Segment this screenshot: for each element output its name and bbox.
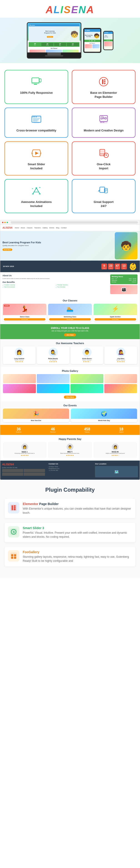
- testimonial-card-3: 👩 Emma W. Highly recommend to everyone! …: [94, 442, 137, 458]
- nav-item: Contact: [61, 227, 66, 228]
- svg-point-36: [35, 187, 37, 189]
- event-card-new-year: 🎉 New Year Eve: [3, 409, 69, 422]
- hours-title: Working Hours: [112, 276, 136, 277]
- countdown-days: 0 Days: [101, 264, 107, 270]
- svg-text:S: S: [13, 530, 15, 534]
- svg-point-37: [32, 193, 34, 195]
- counter-awards-label: Awards: [105, 431, 138, 433]
- enroll-btn[interactable]: Join Now: [64, 334, 76, 336]
- events-title: Our Events: [3, 404, 137, 407]
- feature-card-animations: Awesome AnimationsIncluded: [4, 179, 68, 213]
- footer-col-contact: Contact Us 123 Main Street info@alisena.…: [47, 461, 93, 479]
- class-body-spark: Spark Section Enroll Now: [94, 315, 137, 321]
- gallery-title: Photo Gallery: [3, 370, 137, 372]
- gallery-item-2: [37, 374, 70, 383]
- gallery-item-4: [104, 374, 137, 383]
- testimonials-title: Happy Parents Say: [3, 438, 137, 440]
- svg-rect-55: [11, 557, 13, 559]
- teacher-stars-4: ★★★★★: [106, 361, 136, 363]
- gallery-view-more-btn[interactable]: View More: [64, 396, 76, 399]
- testimonial-avatar-2: 👨: [66, 443, 74, 451]
- counter-classes: 458 Classes: [71, 427, 104, 433]
- tablet-device: ALISENA Best LearningFor Kids 🧒 0 | 23 |…: [83, 28, 101, 53]
- countdown-numbers: 0 Days 23 Hours 47 Mins 13 Secs: [101, 264, 127, 270]
- class-card-spark: ⚡ Spark Section Enroll Now: [94, 304, 137, 321]
- footer-about-text: Quality education for kids: [2, 467, 45, 468]
- svg-rect-39: [100, 187, 105, 192]
- teacher-name-2: Bella Beauty: [38, 358, 68, 359]
- footer-email: info@alisena.com: [49, 468, 92, 469]
- svg-rect-9: [104, 83, 106, 84]
- testimonial-text-2: Best learning environment ever.: [50, 453, 90, 455]
- svg-rect-45: [11, 505, 13, 510]
- footer-phone: +1 234 567 890: [49, 470, 92, 471]
- testimonial-avatar-1: 👩: [21, 443, 28, 451]
- teacher-name-3: Kevin Burns: [72, 358, 102, 359]
- browser-bar: [0, 220, 140, 225]
- counter-awards-num: 18: [105, 427, 138, 431]
- gallery-item-1: [3, 374, 36, 383]
- class-body-dance: Dance Class Enroll Now: [3, 315, 46, 321]
- testimonial-avatar-3: 👩: [112, 443, 119, 451]
- event-img-new-year: 🎉: [3, 409, 69, 419]
- hero-btn[interactable]: Read More: [2, 249, 12, 251]
- testimonial-name-2: Mike T.: [50, 451, 90, 453]
- class-btn-dance[interactable]: Enroll Now: [4, 318, 46, 320]
- animations-icon: [30, 184, 43, 198]
- events-section: Our Events 🎉 New Year Eve 🌍 World Kids D…: [0, 401, 140, 425]
- testimonial-card-1: 👩 Sarah J. Amazing school! My child love…: [3, 442, 46, 458]
- footer-col-location: Our Location 🗺️: [93, 461, 140, 479]
- about-col: About Us Lorem ipsum dolor sit amet cons…: [2, 274, 108, 294]
- hero-title: Best Learning Program For Kids: [2, 241, 115, 244]
- class-btn-swim[interactable]: Enroll Now: [49, 318, 91, 320]
- feature-card-one-click: One-ClickImport: [72, 142, 136, 176]
- counter-teachers-num: 46: [37, 427, 69, 431]
- nav-item: Blog: [56, 227, 59, 228]
- features-section: 100% Fully Responsive Base on ElementorP…: [0, 63, 140, 220]
- plugin-name-foo-gallery: FooGallery: [23, 550, 132, 554]
- gallery-item-5: [3, 384, 36, 393]
- teacher-name-1: Lucy Andrew: [4, 358, 34, 359]
- feature-card-modern-design: Modern and Creative Design: [72, 107, 136, 137]
- plugin-name-elementor: Elementor Page Builder: [23, 502, 132, 506]
- gallery-grid: [3, 374, 137, 393]
- browser-address-bar: [11, 221, 138, 224]
- testimonial-stars-2: ★★★★★: [50, 455, 90, 457]
- browser-dot-yellow: [4, 222, 6, 223]
- event-card-world-kids: 🌍 World Kids Day: [71, 409, 137, 422]
- svg-rect-29: [100, 150, 104, 153]
- svg-rect-1: [31, 83, 39, 84]
- countdown-secs: 13 Secs: [121, 264, 127, 270]
- events-cards: 🎉 New Year Eve 🌍 World Kids Day: [3, 409, 137, 422]
- svg-point-14: [36, 117, 37, 117]
- website-preview: ALISENA Home About Classes Teachers Gall…: [0, 225, 140, 479]
- countdown-secs-label: Secs: [122, 268, 126, 269]
- testimonial-stars-3: ★★★★☆: [95, 455, 136, 457]
- teacher-avatar-2: 👩‍🎨: [49, 348, 58, 357]
- class-badge: SAVE: [4, 305, 9, 307]
- countdown-mins-label: Mins: [116, 268, 119, 269]
- plugin-section: Plugin Compability Elementor Page Builde…: [0, 480, 140, 578]
- hero-text: Best Learning Program For Kids Quality e…: [2, 241, 115, 251]
- testimonial-name-1: Sarah J.: [4, 451, 45, 453]
- counter-students-label: Students: [2, 431, 35, 433]
- event-img-world-kids: 🌍: [71, 409, 137, 419]
- class-title-dance: Dance Class: [4, 316, 46, 317]
- class-card-swim: 🏊 Swimming Class Enroll Now: [48, 304, 92, 321]
- feature-title-smart-slider: Smart SliderIncluded: [8, 162, 64, 170]
- site-logo: ALISENA: [2, 4, 138, 16]
- class-btn-spark[interactable]: Enroll Now: [94, 318, 136, 320]
- counter-classes-label: Classes: [71, 431, 104, 433]
- countdown-hours-num: 23: [109, 264, 112, 268]
- svg-rect-48: [13, 509, 16, 510]
- browser-dot-green: [7, 222, 8, 223]
- teacher-card-1: 👩 Lucy Andrew Dance Teacher ★★★★★: [3, 346, 35, 364]
- teachers-title: Our Awesome Teachers: [3, 342, 137, 345]
- footer-col-about: ALISENA Quality education for kids: [0, 461, 47, 479]
- class-card-dance: SAVE 💃 Dance Class Enroll Now: [3, 304, 46, 321]
- teacher-card-3: 👨 Kevin Burns Sports Teacher ★★★★☆: [71, 346, 103, 364]
- counter-students: 36 Students: [2, 427, 35, 433]
- about-image: 👨‍👩‍👧: [110, 285, 138, 294]
- countdown-days-label: Days: [103, 268, 106, 269]
- countdown-hours: 23 Hours: [108, 264, 114, 270]
